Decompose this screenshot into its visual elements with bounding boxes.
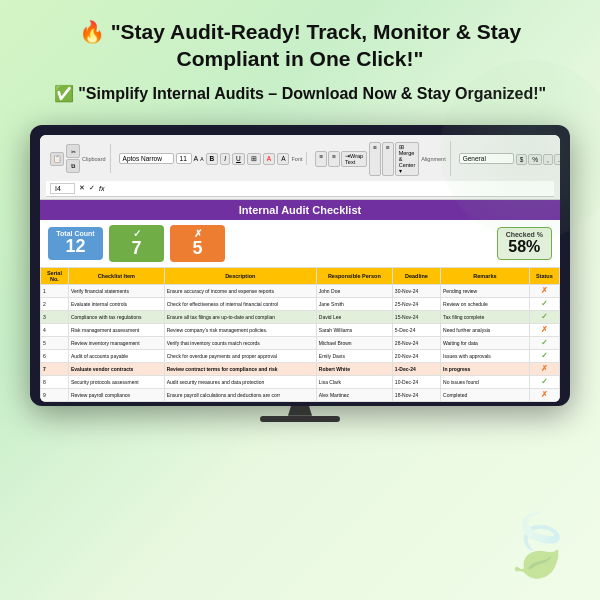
align-left-button[interactable]: ≡ xyxy=(369,142,381,176)
monitor-body: 📋 ✂ ⧉ Clipboard Aptos Narrow 11 A xyxy=(30,125,570,406)
cell-description: Review contract terms for compliance and… xyxy=(164,362,316,375)
table-row: 8 Security protocols assessment Audit se… xyxy=(41,375,560,388)
bold-button[interactable]: B xyxy=(206,153,219,165)
font-group: Aptos Narrow 11 A A B I U ⊞ A xyxy=(115,152,308,165)
check-count-value: 7 xyxy=(115,239,158,259)
subheadline-text: "Simplify Internal Audits – Download Now… xyxy=(78,85,546,102)
cell-remarks: Tax filing complete xyxy=(441,310,530,323)
cell-status: ✓ xyxy=(529,336,559,349)
cell-deadline: 20-Nov-24 xyxy=(392,349,440,362)
col-header-deadline: Deadline xyxy=(392,267,440,284)
stand-base xyxy=(260,416,340,422)
cell-description: Verify that inventory counts match recor… xyxy=(164,336,316,349)
cell-serial: 2 xyxy=(41,297,69,310)
cell-checklist-item: Compliance with tax regulations xyxy=(68,310,164,323)
number-format-dropdown[interactable]: General xyxy=(459,153,514,164)
cell-checklist-item: Risk management assessment xyxy=(68,323,164,336)
formula-bar: I4 ✕ ✓ fx xyxy=(46,181,554,197)
table-row: 5 Review inventory management Verify tha… xyxy=(41,336,560,349)
cell-checklist-item: Audit of accounts payable xyxy=(68,349,164,362)
cell-person: David Lee xyxy=(316,310,392,323)
table-header-row: Serial No. Checklist Item Description Re… xyxy=(41,267,560,284)
decrease-font-icon[interactable]: A xyxy=(200,156,203,162)
cell-deadline: 18-Nov-24 xyxy=(392,388,440,401)
cut-icon[interactable]: ✂ xyxy=(66,144,80,158)
cell-description: Check for overdue payments and proper ap… xyxy=(164,349,316,362)
table-row: 9 Review payroll compliance Ensure payro… xyxy=(41,388,560,401)
ribbon-top-row: 📋 ✂ ⧉ Clipboard Aptos Narrow 11 A xyxy=(46,139,554,179)
status-check-icon: ✓ xyxy=(541,377,548,386)
monitor: 📋 ✂ ⧉ Clipboard Aptos Narrow 11 A xyxy=(30,125,570,422)
stand-neck xyxy=(285,406,315,416)
cell-status: ✓ xyxy=(529,297,559,310)
percent-button[interactable]: % xyxy=(528,154,542,165)
table-row: 6 Audit of accounts payable Check for ov… xyxy=(41,349,560,362)
cell-serial: 1 xyxy=(41,284,69,297)
cell-description: Ensure all tax filings are up-to-date an… xyxy=(164,310,316,323)
status-cross-icon: ✗ xyxy=(541,325,548,334)
cell-remarks: Waiting for data xyxy=(441,336,530,349)
cell-status: ✓ xyxy=(529,375,559,388)
merge-center-button[interactable]: ⊞ Merge & Center ▾ xyxy=(395,142,420,176)
comma-button[interactable]: , xyxy=(543,154,553,165)
font-color-button[interactable]: A xyxy=(277,153,289,165)
underline-button[interactable]: U xyxy=(232,153,245,165)
cell-serial: 6 xyxy=(41,349,69,362)
alignment-label: Alignment xyxy=(421,156,445,162)
currency-button[interactable]: $ xyxy=(516,154,528,165)
header-section: 🔥 "Stay Audit-Ready! Track, Monitor & St… xyxy=(0,0,600,115)
cell-reference[interactable]: I4 xyxy=(50,183,75,194)
increase-font-icon[interactable]: A xyxy=(194,155,199,162)
status-cross-icon: ✗ xyxy=(541,364,548,373)
col-header-person: Responsible Person xyxy=(316,267,392,284)
headline: 🔥 "Stay Audit-Ready! Track, Monitor & St… xyxy=(30,18,570,73)
col-header-description: Description xyxy=(164,267,316,284)
cell-person: Alex Martinez xyxy=(316,388,392,401)
italic-button[interactable]: I xyxy=(220,153,230,165)
table-body: 1 Verify financial statements Ensure acc… xyxy=(41,284,560,401)
table-row: 3 Compliance with tax regulations Ensure… xyxy=(41,310,560,323)
cell-remarks: In progress xyxy=(441,362,530,375)
table-row: 4 Risk management assessment Review comp… xyxy=(41,323,560,336)
cell-person: Robert White xyxy=(316,362,392,375)
cell-deadline: 10-Dec-24 xyxy=(392,375,440,388)
cell-serial: 3 xyxy=(41,310,69,323)
formula-x-icon[interactable]: ✕ xyxy=(79,184,85,192)
align-middle-button[interactable]: ≡ xyxy=(328,151,340,167)
summary-row: Total Count 12 ✓ 7 ✗ 5 Checked % xyxy=(40,220,560,267)
cell-deadline: 1-Dec-24 xyxy=(392,362,440,375)
cell-person: Jane Smith xyxy=(316,297,392,310)
table-row: 2 Evaluate internal controls Check for e… xyxy=(41,297,560,310)
cell-serial: 8 xyxy=(41,375,69,388)
monitor-screen: 📋 ✂ ⧉ Clipboard Aptos Narrow 11 A xyxy=(40,135,560,402)
cell-deadline: 25-Nov-24 xyxy=(392,297,440,310)
col-header-checklist: Checklist Item xyxy=(68,267,164,284)
font-size-dropdown[interactable]: 11 xyxy=(176,153,192,164)
wrap-text-button[interactable]: ⇥Wrap Text xyxy=(341,151,367,167)
border-button[interactable]: ⊞ xyxy=(247,153,261,165)
status-check-icon: ✓ xyxy=(541,299,548,308)
cell-description: Check for effectiveness of internal fina… xyxy=(164,297,316,310)
formula-check-icon[interactable]: ✓ xyxy=(89,184,95,192)
cell-deadline: 5-Dec-24 xyxy=(392,323,440,336)
status-check-icon: ✓ xyxy=(541,312,548,321)
cell-serial: 7 xyxy=(41,362,69,375)
cell-checklist-item: Verify financial statements xyxy=(68,284,164,297)
table-row: 1 Verify financial statements Ensure acc… xyxy=(41,284,560,297)
col-header-remarks: Remarks xyxy=(441,267,530,284)
increase-decimal-button[interactable]: .0 xyxy=(554,154,560,165)
clipboard-group: 📋 ✂ ⧉ Clipboard xyxy=(46,144,111,173)
font-name-dropdown[interactable]: Aptos Narrow xyxy=(119,153,174,164)
align-top-button[interactable]: ≡ xyxy=(315,151,327,167)
table-header: Serial No. Checklist Item Description Re… xyxy=(41,267,560,284)
cell-serial: 5 xyxy=(41,336,69,349)
fill-color-button[interactable]: A xyxy=(263,153,275,165)
table-row: 7 Evaluate vendor contracts Review contr… xyxy=(41,362,560,375)
cell-description: Ensure accuracy of income and expense re… xyxy=(164,284,316,297)
paste-icon[interactable]: 📋 xyxy=(50,152,64,166)
cell-remarks: Need further analysis xyxy=(441,323,530,336)
cell-deadline: 28-Nov-24 xyxy=(392,336,440,349)
copy-icon[interactable]: ⧉ xyxy=(66,159,80,173)
align-center-button[interactable]: ≡ xyxy=(382,142,394,176)
cross-count-value: 5 xyxy=(176,239,219,259)
